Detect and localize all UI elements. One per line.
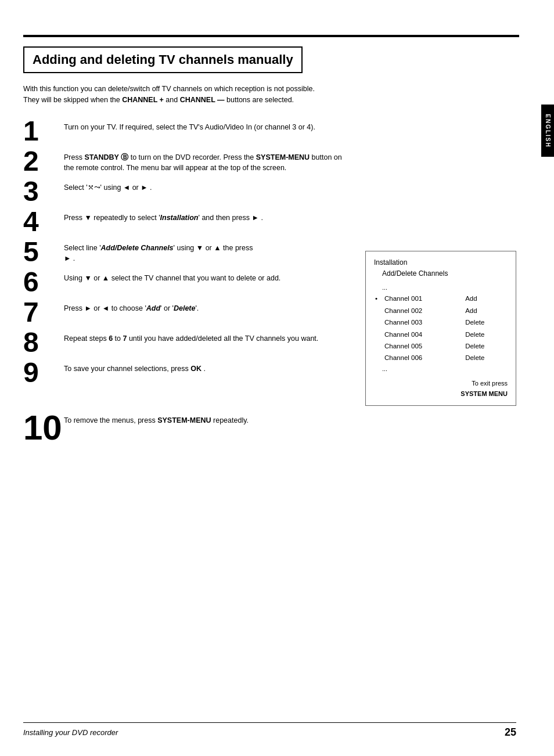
channel-table: • Channel 001 Add Channel 002 Add Channe… [374,293,508,363]
footer: Installing your DVD recorder 25 [23,722,516,739]
bullet-cell-6 [374,352,383,363]
step-ref-7: 7 [123,334,127,343]
to-exit-label: To exit press [472,380,508,387]
channel-name-2: Channel 002 [383,305,464,316]
add-delete-channels-label: Add/Delete Channels [101,244,174,252]
step-6-inner: 6 Using ▼ or ▲ select the TV channel tha… [23,268,354,296]
step-3-text: Select '⤲⤳' using ◄ or ► . [64,178,152,193]
menu-ellipsis1: ... [374,283,508,293]
step-7: 7 Press ► or ◄ to choose 'Add' or 'Delet… [23,298,354,326]
menu-ellipsis2: ... [374,364,508,375]
step-1: 1 Turn on your TV. If required, select t… [23,117,516,145]
step-1-number: 1 [23,117,64,145]
step-9-text: To save your channel selections, press O… [64,359,206,375]
add-label: Add [146,304,160,312]
step-2-text: Press STANDBY Ⓑ to turn on the DVD recor… [64,147,343,174]
step-8-text: Repeat steps 6 to 7 until you have added… [64,329,318,344]
top-bar [23,35,519,37]
menu-box: Installation Add/Delete Channels ... • C… [365,251,516,406]
channel-name-3: Channel 003 [383,316,464,328]
menu-subtitle: Add/Delete Channels [374,268,508,279]
step-9: 9 To save your channel selections, press… [23,359,354,387]
step-1-text: Turn on your TV. If required, select the… [64,117,315,133]
sidebar-label: ENGLISH [545,114,551,147]
step-10: 10 To remove the menus, press SYSTEM-MEN… [23,411,516,445]
menu-title: Installation [374,257,508,268]
step-9-number: 9 [23,359,64,387]
step-6-text: Using ▼ or ▲ select the TV channel that … [64,268,280,284]
footer-page-number: 25 [505,726,516,739]
channel-row-3: Channel 003 Delete [374,316,508,328]
system-menu-label-2: SYSTEM-MENU [256,153,310,161]
channel-name-6: Channel 006 [383,352,464,363]
channel-minus-label: CHANNEL — [180,96,225,104]
system-menu-exit-label: SYSTEM MENU [461,390,508,397]
system-menu-label-10: SYSTEM-MENU [157,416,211,424]
bullet-cell-5 [374,340,383,352]
channel-name-5: Channel 005 [383,340,464,352]
step-5-text: Select line 'Add/Delete Channels' using … [64,238,253,265]
step-10-number: 10 [23,411,64,445]
channel-row-6: Channel 006 Delete [374,352,508,363]
step-4: 4 Press ▼ repeatedly to select 'Installa… [23,208,516,236]
channel-row-2: Channel 002 Add [374,305,508,316]
to-exit: To exit press SYSTEM MENU [374,379,508,399]
steps-container: 1 Turn on your TV. If required, select t… [23,117,516,445]
channel-action-4: Delete [464,329,508,340]
step-10-text: To remove the menus, press SYSTEM-MENU r… [64,411,249,426]
step-6-left: 6 Using ▼ or ▲ select the TV channel tha… [23,268,354,389]
channel-action-5: Delete [464,340,508,352]
bullet-cell-2 [374,305,383,316]
channel-action-3: Delete [464,316,508,328]
delete-label: Delete [174,304,196,312]
bullet-cell-4 [374,329,383,340]
bullet-cell-3 [374,316,383,328]
step-6: 6 Using ▼ or ▲ select the TV channel tha… [23,268,516,406]
step-4-number: 4 [23,208,64,236]
installation-label: Installation [160,214,199,222]
title-box: Adding and deleting TV channels manually [23,46,303,73]
channel-name-4: Channel 004 [383,329,464,340]
menu-screenshot: Installation Add/Delete Channels ... • C… [365,251,516,406]
standby-label: STANDBY Ⓑ [84,153,128,161]
step-3-number: 3 [23,178,64,206]
channel-plus-label: CHANNEL + [122,96,164,104]
step-5-number: 5 [23,238,64,266]
channel-row-1: • Channel 001 Add [374,293,508,304]
step-6-number: 6 [23,268,64,296]
channel-action-2: Add [464,305,508,316]
step-7-number: 7 [23,298,64,326]
main-content: Adding and deleting TV channels manually… [23,46,516,448]
footer-left: Installing your DVD recorder [23,728,118,737]
step-2-number: 2 [23,147,64,175]
channel-name-1: Channel 001 [383,293,464,304]
intro-line1: With this function you can delete/switch… [23,85,315,93]
sidebar-english: ENGLISH [541,105,554,157]
ok-label: OK [190,365,202,373]
step-7-text: Press ► or ◄ to choose 'Add' or 'Delete'… [64,298,199,314]
intro-line2: They will be skipped when the CHANNEL + … [23,96,294,104]
step-8: 8 Repeat steps 6 to 7 until you have add… [23,329,354,357]
step-4-text: Press ▼ repeatedly to select 'Installati… [64,208,263,224]
channel-action-6: Delete [464,352,508,363]
step-8-number: 8 [23,329,64,357]
channel-action-1: Add [464,293,508,304]
page-title: Adding and deleting TV channels manually [33,52,293,67]
step-ref-6: 6 [109,334,113,343]
step-3: 3 Select '⤲⤳' using ◄ or ► . [23,178,516,206]
intro-paragraph: With this function you can delete/switch… [23,84,418,106]
bullet-cell-1: • [374,293,383,304]
channel-row-4: Channel 004 Delete [374,329,508,340]
step-2: 2 Press STANDBY Ⓑ to turn on the DVD rec… [23,147,516,175]
channel-row-5: Channel 005 Delete [374,340,508,352]
